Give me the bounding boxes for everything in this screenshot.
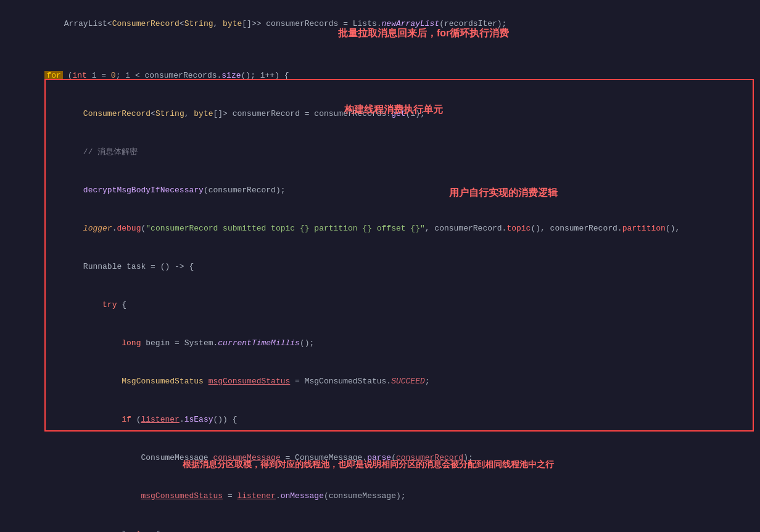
code-line: Runnable task = () -> { xyxy=(0,248,760,286)
code-line: // 消息体解密 xyxy=(0,133,760,171)
code-line: ConsumeMessage consumeMessage = ConsumeM… xyxy=(0,439,760,477)
code-line xyxy=(0,43,760,57)
code-container: ArrayList<ConsumerRecord<String, byte[]>… xyxy=(0,0,760,532)
code-area: ArrayList<ConsumerRecord<String, byte[]>… xyxy=(0,0,760,532)
code-line: ArrayList<ConsumerRecord<String, byte[]>… xyxy=(0,5,760,43)
code-line: long begin = System.currentTimeMillis(); xyxy=(0,324,760,362)
code-line: msgConsumedStatus = listener.onMessage(c… xyxy=(0,477,760,515)
code-line: for (int i = 0; i < consumerRecords.size… xyxy=(0,57,760,95)
code-line: ConsumerRecord<String, byte[]> consumerR… xyxy=(0,95,760,133)
code-line: if (listener.isEasy()) { xyxy=(0,401,760,439)
code-line: logger.debug("consumerRecord submitted t… xyxy=(0,210,760,248)
code-line: } else { xyxy=(0,515,760,532)
code-line: decryptMsgBodyIfNecessary(consumerRecord… xyxy=(0,171,760,210)
code-line: try { xyxy=(0,286,760,324)
code-line: MsgConsumedStatus msgConsumedStatus = Ms… xyxy=(0,362,760,401)
